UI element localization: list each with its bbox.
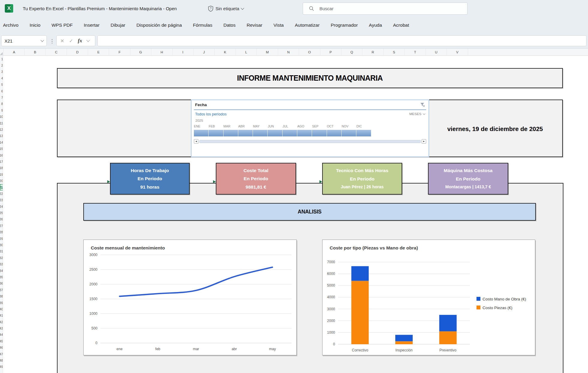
slicer-scroll-right-button[interactable]: ► [422, 139, 426, 144]
row-header-48[interactable]: 48 [0, 357, 3, 363]
row-header-25[interactable]: 25 [0, 210, 3, 216]
column-header-V[interactable]: V [447, 49, 468, 56]
row-header-37[interactable]: 37 [0, 287, 3, 293]
row-header-6[interactable]: 6 [0, 88, 3, 94]
row-header-13[interactable]: 13 [0, 133, 3, 139]
row-header-44[interactable]: 44 [0, 332, 3, 338]
row-header-18[interactable]: 18 [0, 165, 3, 171]
column-header-M[interactable]: M [257, 49, 278, 56]
row-header-49[interactable]: 49 [0, 364, 3, 370]
row-header-23[interactable]: 23 [0, 197, 3, 203]
row-header-3[interactable]: 3 [0, 69, 3, 75]
row-header-39[interactable]: 39 [0, 300, 3, 306]
slicer-selection-bar[interactable] [194, 130, 371, 136]
slicer-month-nov[interactable]: NOV [342, 124, 356, 129]
column-header-A[interactable]: A [4, 49, 25, 56]
column-header-G[interactable]: G [130, 49, 151, 56]
ribbon-tab-automatizar[interactable]: Automatizar [295, 22, 320, 28]
cancel-icon[interactable]: ✕ [60, 38, 64, 44]
slicer-month-may[interactable]: MAY [253, 124, 268, 129]
row-header-29[interactable]: 29 [0, 235, 3, 242]
row-header-27[interactable]: 27 [0, 222, 3, 229]
row-header-36[interactable]: 36 [0, 280, 3, 287]
column-header-C[interactable]: C [46, 49, 67, 56]
column-header-P[interactable]: P [320, 49, 341, 56]
name-box[interactable]: X21 [1, 35, 47, 46]
ribbon-tab-acrobat[interactable]: Acrobat [393, 22, 409, 28]
column-header-D[interactable]: D [67, 49, 88, 56]
row-header-4[interactable]: 4 [0, 75, 3, 81]
ribbon-tab-ayuda[interactable]: Ayuda [369, 22, 382, 28]
row-header-22[interactable]: 22 [0, 190, 3, 197]
row-header-34[interactable]: 34 [0, 267, 3, 274]
chevron-down-icon[interactable] [86, 38, 90, 42]
column-header-N[interactable]: N [278, 49, 299, 56]
row-header-31[interactable]: 31 [0, 248, 3, 255]
row-header-17[interactable]: 17 [0, 158, 3, 165]
row-header-47[interactable]: 47 [0, 351, 3, 357]
row-header-46[interactable]: 46 [0, 345, 3, 351]
slicer-month-jul[interactable]: JUL [283, 124, 297, 129]
row-header-15[interactable]: 15 [0, 145, 3, 152]
column-header-E[interactable]: E [88, 49, 109, 56]
formula-input[interactable] [97, 35, 587, 46]
row-header-43[interactable]: 43 [0, 325, 3, 331]
column-header-F[interactable]: F [109, 49, 130, 56]
insert-function-icon[interactable]: fx [78, 38, 82, 44]
ribbon-tab-revisar[interactable]: Revisar [247, 22, 263, 28]
ribbon-tab-datos[interactable]: Datos [223, 22, 236, 28]
column-header-R[interactable]: R [362, 49, 383, 56]
row-header-11[interactable]: 11 [0, 120, 3, 126]
row-header-19[interactable]: 19 [0, 171, 3, 178]
ribbon-tab-programador[interactable]: Programador [331, 22, 358, 28]
slicer-month-abr[interactable]: ABR [238, 124, 253, 129]
row-header-20[interactable]: 20 [0, 178, 3, 184]
ribbon-tab-inicio[interactable]: Inicio [30, 22, 40, 28]
ribbon-tab-vista[interactable]: Vista [273, 22, 284, 28]
column-header-T[interactable]: T [405, 49, 426, 56]
column-header-H[interactable]: H [151, 49, 172, 56]
column-header-B[interactable]: B [25, 49, 46, 56]
row-header-7[interactable]: 7 [0, 94, 3, 100]
slicer-scrollbar[interactable] [199, 140, 421, 143]
slicer-granularity-dropdown[interactable]: MESES [409, 112, 425, 116]
row-header-45[interactable]: 45 [0, 338, 3, 344]
slicer-month-dic[interactable]: DIC [356, 124, 371, 129]
slicer-month-oct[interactable]: OCT [327, 124, 342, 129]
column-header-K[interactable]: K [215, 49, 236, 56]
enter-icon[interactable]: ✓ [69, 38, 73, 44]
ribbon-tab-disposición-de-página[interactable]: Disposición de página [136, 22, 182, 28]
row-header-32[interactable]: 32 [0, 255, 3, 261]
row-header-28[interactable]: 28 [0, 229, 3, 235]
row-header-2[interactable]: 2 [0, 62, 3, 68]
column-header-Q[interactable]: Q [341, 49, 362, 56]
search-box[interactable] [303, 2, 468, 15]
slicer-month-feb[interactable]: FEB [209, 124, 223, 129]
slicer-month-sep[interactable]: SEP [312, 124, 327, 129]
row-header-35[interactable]: 35 [0, 274, 3, 280]
ribbon-tab-wps-pdf[interactable]: WPS PDF [52, 22, 73, 28]
row-header-41[interactable]: 41 [0, 312, 3, 319]
slicer-month-jun[interactable]: JUN [268, 124, 282, 129]
column-header-S[interactable]: S [384, 49, 405, 56]
row-header-5[interactable]: 5 [0, 82, 3, 88]
row-header-26[interactable]: 26 [0, 216, 3, 222]
ribbon-tab-dibujar[interactable]: Dibujar [111, 22, 125, 28]
column-header-I[interactable]: I [173, 49, 194, 56]
select-all-corner[interactable] [0, 49, 4, 56]
ribbon-tab-fórmulas[interactable]: Fórmulas [193, 22, 212, 28]
row-header-33[interactable]: 33 [0, 261, 3, 267]
row-header-24[interactable]: 24 [0, 203, 3, 210]
column-header-U[interactable]: U [426, 49, 447, 56]
search-input[interactable] [319, 6, 451, 11]
row-header-9[interactable]: 9 [0, 107, 3, 113]
ribbon-tab-archivo[interactable]: Archivo [3, 22, 19, 28]
row-header-16[interactable]: 16 [0, 152, 3, 158]
sensitivity-label-button[interactable]: ? Sin etiqueta [208, 0, 244, 17]
slicer-month-mar[interactable]: MAR [224, 124, 238, 129]
row-header-30[interactable]: 30 [0, 242, 3, 248]
row-header-10[interactable]: 10 [0, 114, 3, 120]
ribbon-tab-insertar[interactable]: Insertar [84, 22, 100, 28]
slicer-month-ago[interactable]: AGO [297, 124, 312, 129]
row-header-42[interactable]: 42 [0, 319, 3, 325]
